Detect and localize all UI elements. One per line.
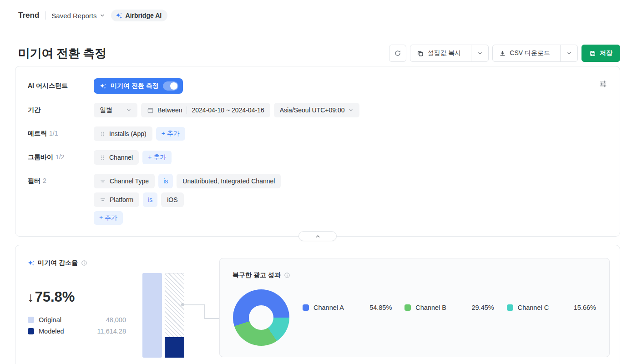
copy-settings-button[interactable]: 설정값 복사 xyxy=(410,45,467,61)
original-label: Original xyxy=(39,316,61,324)
copy-settings-label: 설정값 복사 xyxy=(427,49,461,57)
page: Trend Saved Reports Airbridge AI 미기여 전환 … xyxy=(0,9,637,364)
filter-count: 2 xyxy=(43,177,46,184)
ai-assistant-toggle[interactable] xyxy=(163,81,178,91)
legend-row-modeled: Modeled 11,614.28 xyxy=(28,328,126,335)
saved-reports-dropdown[interactable]: Saved Reports xyxy=(51,12,105,20)
chevron-up-icon xyxy=(315,233,321,239)
sparkle-icon xyxy=(116,12,122,19)
filter-operator-chip[interactable]: is xyxy=(143,192,157,207)
recovered-title-row: 복구한 광고 성과 xyxy=(233,271,290,279)
connector-line xyxy=(184,304,204,305)
info-icon[interactable] xyxy=(284,272,290,278)
filter-field-chip[interactable]: Channel Type xyxy=(94,174,155,188)
timezone-select[interactable]: Asia/Seoul UTC+09:00 xyxy=(274,103,360,117)
groupby-label: 그룹바이1/2 xyxy=(28,153,94,162)
csv-download-dropdown[interactable] xyxy=(560,45,577,61)
granularity-select[interactable]: 일별 xyxy=(94,103,137,117)
calendar-icon xyxy=(147,107,154,114)
decrease-arrow-icon: ↓ xyxy=(27,290,34,305)
add-metric-button[interactable]: + 추가 xyxy=(156,127,185,141)
save-label: 저장 xyxy=(600,49,612,57)
download-icon xyxy=(499,50,506,57)
save-button[interactable]: 저장 xyxy=(581,45,620,62)
channel-c-swatch xyxy=(507,304,513,311)
original-swatch xyxy=(28,317,34,323)
refresh-button[interactable] xyxy=(389,45,406,62)
divider xyxy=(45,11,46,20)
filter-value-chip[interactable]: iOS xyxy=(161,192,183,207)
metric-chip[interactable]: Installs (App) xyxy=(94,126,152,141)
reduction-legend: Original 48,000 Modeled 11,614.28 xyxy=(28,316,126,335)
recovered-legend: Channel A 54.85% Channel B 29.45% Channe… xyxy=(303,258,596,357)
sparkle-icon xyxy=(100,83,106,90)
app-title: Trend xyxy=(18,11,39,20)
filter-rule: Platform is iOS xyxy=(94,192,184,207)
chevron-down-icon xyxy=(126,107,131,113)
metric-label: 메트릭1/1 xyxy=(28,130,94,138)
filter-icon xyxy=(100,178,106,184)
date-mode-label: Between xyxy=(157,106,182,114)
connector-line xyxy=(204,304,205,318)
csv-download-split-button: CSV 다운로드 xyxy=(492,45,578,62)
filter-rule: Channel Type is Unattributed, Integrated… xyxy=(94,174,281,188)
sliders-icon[interactable] xyxy=(599,80,607,88)
groupby-row: 그룹바이1/2 Channel + 추가 xyxy=(28,150,607,165)
channel-a-value: 54.85% xyxy=(369,304,392,311)
ai-assistant-row: AI 어시스턴트 미기여 전환 측정 xyxy=(28,78,607,94)
channel-b-label: Channel B xyxy=(415,304,446,311)
add-filter-button[interactable]: + 추가 xyxy=(94,211,123,225)
channel-c-label: Channel C xyxy=(518,304,549,311)
groupby-chip[interactable]: Channel xyxy=(94,150,139,165)
timezone-value: Asia/Seoul UTC+09:00 xyxy=(280,106,345,114)
recovered-title: 복구한 광고 성과 xyxy=(233,271,281,279)
reduction-bar-chart xyxy=(142,273,184,358)
filter-icon xyxy=(100,197,106,203)
filter-operator-chip[interactable]: is xyxy=(158,174,173,188)
copy-settings-split-button: 설정값 복사 xyxy=(410,45,489,62)
modeled-label: Modeled xyxy=(39,328,64,335)
metric-label-text: 메트릭 xyxy=(28,130,47,137)
sparkle-icon xyxy=(28,260,35,267)
original-value: 48,000 xyxy=(106,316,126,324)
filter-field-chip[interactable]: Platform xyxy=(94,192,139,207)
legend-channel-a: Channel A 54.85% xyxy=(303,304,392,311)
modeled-swatch xyxy=(28,328,34,334)
legend-row-original: Original 48,000 xyxy=(28,316,126,324)
drag-handle-icon xyxy=(100,131,106,137)
chevron-down-icon xyxy=(100,13,105,18)
legend-channel-c: Channel C 15.66% xyxy=(507,304,596,311)
collapse-panel-button[interactable] xyxy=(298,231,337,241)
filter-value-chip[interactable]: Unattributed, Integrated Channel xyxy=(177,174,281,188)
header-actions: 설정값 복사 CSV 다운로드 xyxy=(389,45,620,62)
date-range-picker[interactable]: Between 2024-04-10 ~ 2024-04-16 xyxy=(141,103,270,117)
copy-settings-dropdown[interactable] xyxy=(471,45,488,61)
insight-card: 미기여 감소율 ↓ 75.8% Original 48,000 Modeled … xyxy=(15,245,620,364)
saved-reports-label: Saved Reports xyxy=(51,12,96,20)
page-header: 미기여 전환 측정 설정값 복사 xyxy=(18,45,620,62)
groupby-chip-label: Channel xyxy=(109,154,133,161)
drag-handle-icon xyxy=(100,155,106,161)
topbar: Trend Saved Reports Airbridge AI xyxy=(18,9,619,22)
airbridge-ai-chip[interactable]: Airbridge AI xyxy=(111,10,168,21)
filter-field-label: Platform xyxy=(110,196,133,203)
ai-assistant-pill[interactable]: 미기여 전환 측정 xyxy=(94,78,183,94)
save-icon xyxy=(589,50,596,57)
period-label: 기간 xyxy=(28,106,94,114)
ai-assistant-label: AI 어시스턴트 xyxy=(28,82,94,90)
metric-count: 1/1 xyxy=(49,130,58,137)
legend-channel-b: Channel B 29.45% xyxy=(404,304,494,311)
csv-download-button[interactable]: CSV 다운로드 xyxy=(493,45,556,61)
airbridge-ai-label: Airbridge AI xyxy=(126,12,162,19)
ai-assistant-pill-label: 미기여 전환 측정 xyxy=(111,82,159,90)
reduction-title: 미기여 감소율 xyxy=(38,259,78,267)
page-title: 미기여 전환 측정 xyxy=(18,46,106,61)
recovered-donut-chart xyxy=(233,289,289,346)
csv-download-label: CSV 다운로드 xyxy=(510,49,550,57)
toggle-knob xyxy=(170,82,177,90)
add-groupby-button[interactable]: + 추가 xyxy=(142,151,172,164)
modeled-bar-fill xyxy=(165,337,184,358)
chevron-down-icon xyxy=(566,51,572,56)
info-icon[interactable] xyxy=(81,260,87,266)
reduction-value-text: 75.8% xyxy=(35,289,75,305)
